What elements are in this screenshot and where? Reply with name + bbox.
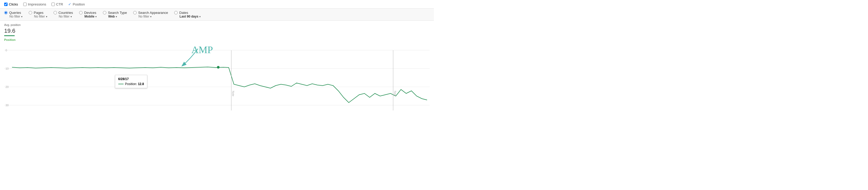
avg-position-underline [4,35,14,36]
chart-svg: 0 10 20 30 Note Note [4,43,430,116]
devices-sublabel[interactable]: Mobile ▾ [84,15,97,18]
search-type-sublabel[interactable]: Web ▾ [108,15,117,18]
search-type-radio[interactable] [103,11,106,15]
clicks-label: Clicks [9,2,18,6]
queries-sublabel[interactable]: No filter ▾ [9,15,23,18]
pages-filter-label: Pages [34,11,43,15]
tooltip-legend-line [118,84,124,84]
svg-text:Note: Note [232,91,235,97]
clicks-checkbox-item[interactable]: Clicks [4,2,18,6]
filter-pages[interactable]: Pages No filter ▾ [29,11,47,18]
svg-text:30: 30 [5,104,9,107]
queries-radio[interactable] [4,11,7,15]
svg-text:0: 0 [5,49,7,52]
filter-bar: Queries No filter ▾ Pages No filter ▾ Co… [0,9,434,21]
tooltip-metric-label: Position: 12.8 [125,82,144,86]
checkbox-bar: Clicks Impressions CTR ✓ Position [0,0,434,9]
countries-filter-label: Countries [59,11,73,15]
filter-dates[interactable]: Dates Last 90 days ▾ [174,11,200,18]
filter-devices[interactable]: Devices Mobile ▾ [79,11,97,18]
svg-text:Note: Note [394,91,397,97]
svg-text:10: 10 [5,67,9,70]
dates-dropdown-icon: ▾ [199,15,200,18]
position-checkmark-icon: ✓ [68,2,71,6]
impressions-label: Impressions [28,2,46,6]
chart-container: 0 10 20 30 Note Note AMP [4,43,430,116]
search-type-filter-label: Search Type [108,11,127,15]
amp-arrow-icon [175,46,206,72]
countries-dropdown-icon: ▾ [70,15,72,18]
search-type-dropdown-icon: ▾ [116,15,117,18]
ctr-checkbox-item[interactable]: CTR [52,2,63,6]
queries-filter-label: Queries [9,11,21,15]
ctr-checkbox[interactable] [52,3,55,6]
search-appearance-dropdown-icon: ▾ [150,15,152,18]
impressions-checkbox-item[interactable]: Impressions [23,2,46,6]
filter-search-appearance[interactable]: Search Appearance No filter ▾ [133,11,168,18]
ctr-label: CTR [56,2,63,6]
filter-search-type[interactable]: Search Type Web ▾ [103,11,127,18]
pages-dropdown-icon: ▾ [46,15,47,18]
svg-text:20: 20 [5,85,9,88]
avg-position-value: 19.6 [4,27,430,34]
avg-position-section: Avg. position 19.6 [0,21,434,36]
queries-dropdown-icon: ▾ [21,15,23,18]
search-appearance-filter-label: Search Appearance [138,11,168,15]
tooltip-metric-value: 12.8 [138,82,144,86]
chart-area: Position 0 10 20 30 Note Note A [0,38,434,116]
search-appearance-sublabel[interactable]: No filter ▾ [138,15,152,18]
countries-sublabel[interactable]: No filter ▾ [59,15,72,18]
tooltip-box: 6/28/17 Position: 12.8 [115,75,148,88]
search-appearance-radio[interactable] [133,11,136,15]
tooltip-dot [217,66,220,69]
tooltip-metric-row: Position: 12.8 [118,82,144,86]
filter-countries[interactable]: Countries No filter ▾ [54,11,73,18]
pages-radio[interactable] [29,11,32,15]
pages-sublabel[interactable]: No filter ▾ [34,15,47,18]
devices-radio[interactable] [79,11,83,15]
chart-y-axis-label: Position [4,38,430,42]
filter-queries[interactable]: Queries No filter ▾ [4,11,23,18]
tooltip-date: 6/28/17 [118,77,144,81]
position-check-item: ✓ Position [68,2,85,6]
countries-radio[interactable] [54,11,57,15]
devices-dropdown-icon: ▾ [95,15,97,18]
dates-radio[interactable] [174,11,178,15]
position-label: Position [73,2,85,6]
clicks-checkbox[interactable] [4,3,7,6]
devices-filter-label: Devices [84,11,96,15]
impressions-checkbox[interactable] [23,3,27,6]
dates-filter-label: Dates [179,11,188,15]
dates-sublabel[interactable]: Last 90 days ▾ [180,15,200,18]
avg-position-title: Avg. position [4,23,430,26]
